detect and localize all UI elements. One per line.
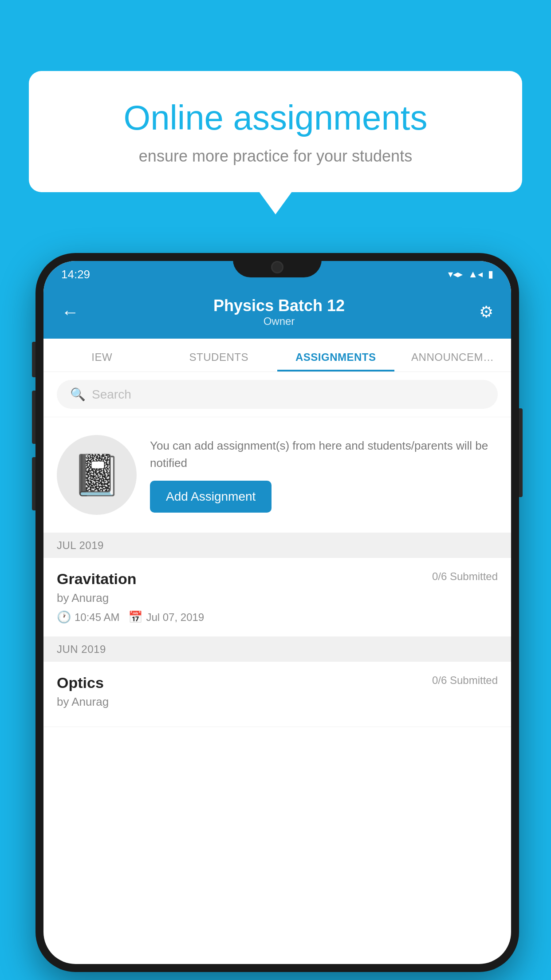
status-icons: ▾◂▸ ▲◂ ▮	[448, 269, 493, 280]
assignment-submitted-optics: 0/6 Submitted	[432, 674, 498, 687]
notch	[233, 253, 322, 277]
tab-iew[interactable]: IEW	[43, 339, 161, 371]
power-button[interactable]	[519, 408, 523, 497]
signal-icon: ▲◂	[468, 269, 483, 280]
clock-icon: 🕐	[57, 610, 71, 624]
search-icon: 🔍	[70, 387, 86, 402]
battery-icon: ▮	[488, 269, 493, 280]
promo-section: 📓 You can add assignment(s) from here an…	[43, 417, 511, 533]
assignment-date-value: Jul 07, 2019	[146, 611, 204, 624]
bubble-subtitle: ensure more practice for your students	[64, 147, 487, 166]
assignment-top-optics: Optics 0/6 Submitted	[57, 674, 498, 692]
assignment-date: 📅 Jul 07, 2019	[128, 610, 204, 624]
assignment-name-optics: Optics	[57, 674, 104, 692]
add-assignment-button[interactable]: Add Assignment	[150, 481, 272, 513]
assignment-item-optics[interactable]: Optics 0/6 Submitted by Anurag	[43, 662, 511, 727]
header-title: Physics Batch 12	[213, 296, 345, 315]
silent-button[interactable]	[32, 457, 35, 510]
promo-text: You can add assignment(s) from here and …	[150, 437, 498, 472]
calendar-icon: 📅	[128, 610, 142, 624]
bubble-title: Online assignments	[64, 98, 487, 138]
header-subtitle: Owner	[213, 315, 345, 328]
back-button[interactable]: ←	[61, 302, 79, 322]
phone-screen: 14:29 ▾◂▸ ▲◂ ▮ ← Physics Batch 12 Owner …	[43, 261, 511, 964]
speech-bubble-card: Online assignments ensure more practice …	[29, 71, 522, 192]
notebook-icon: 📓	[72, 452, 122, 498]
app-header: ← Physics Batch 12 Owner ⚙	[43, 288, 511, 339]
phone-container: 14:29 ▾◂▸ ▲◂ ▮ ← Physics Batch 12 Owner …	[35, 253, 519, 972]
assignment-by: by Anurag	[57, 591, 498, 605]
promo-icon-circle: 📓	[57, 435, 137, 515]
assignment-meta: 🕐 10:45 AM 📅 Jul 07, 2019	[57, 610, 498, 624]
assignment-name: Gravitation	[57, 570, 136, 588]
assignment-time-value: 10:45 AM	[75, 611, 119, 624]
section-header-jun: JUN 2019	[43, 637, 511, 662]
promo-content: You can add assignment(s) from here and …	[150, 437, 498, 513]
wifi-icon: ▾◂▸	[448, 269, 463, 280]
assignment-submitted: 0/6 Submitted	[432, 570, 498, 583]
volume-down-button[interactable]	[32, 391, 35, 444]
phone-frame: 14:29 ▾◂▸ ▲◂ ▮ ← Physics Batch 12 Owner …	[35, 253, 519, 972]
assignment-time: 🕐 10:45 AM	[57, 610, 119, 624]
tab-assignments[interactable]: ASSIGNMENTS	[277, 339, 394, 371]
volume-up-button[interactable]	[32, 342, 35, 377]
status-time: 14:29	[61, 268, 90, 281]
search-input[interactable]: Search	[92, 387, 131, 402]
assignment-item-gravitation[interactable]: Gravitation 0/6 Submitted by Anurag 🕐 10…	[43, 558, 511, 637]
tab-students[interactable]: STUDENTS	[161, 339, 278, 371]
front-camera	[271, 261, 283, 273]
search-bar: 🔍 Search	[43, 372, 511, 417]
header-center: Physics Batch 12 Owner	[213, 296, 345, 328]
section-header-jul: JUL 2019	[43, 533, 511, 558]
settings-icon[interactable]: ⚙	[479, 303, 493, 321]
search-input-container[interactable]: 🔍 Search	[57, 380, 498, 409]
assignment-top: Gravitation 0/6 Submitted	[57, 570, 498, 588]
tab-announcements[interactable]: ANNOUNCEM…	[394, 339, 512, 371]
assignment-by-optics: by Anurag	[57, 695, 498, 709]
tab-bar: IEW STUDENTS ASSIGNMENTS ANNOUNCEM…	[43, 339, 511, 372]
